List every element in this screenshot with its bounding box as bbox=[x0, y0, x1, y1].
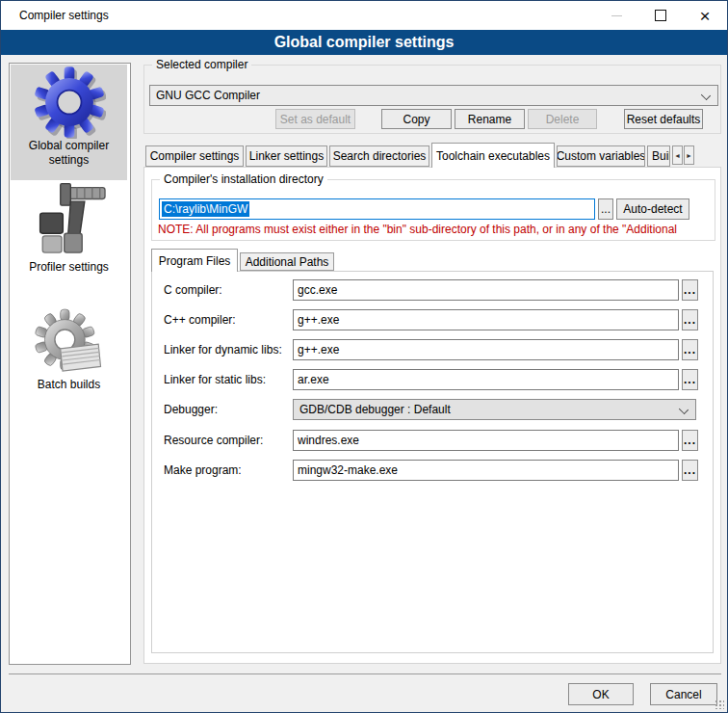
make-program-browse-button[interactable]: ... bbox=[682, 460, 698, 481]
cancel-button[interactable]: Cancel bbox=[650, 683, 717, 705]
c-compiler-label: C compiler: bbox=[164, 283, 222, 297]
settings-category-sidebar: Global compiler settings Profiler settin… bbox=[9, 63, 131, 665]
gear-stack-icon bbox=[33, 308, 106, 378]
tab-search-directories[interactable]: Search directories bbox=[329, 145, 429, 167]
close-icon: × bbox=[699, 7, 710, 25]
ok-label: OK bbox=[592, 688, 609, 701]
debugger-dropdown[interactable]: GDB/CDB debugger : Default bbox=[293, 399, 696, 420]
c-compiler-browse-button[interactable]: ... bbox=[682, 279, 698, 301]
installation-directory-group-title: Compiler's installation directory bbox=[160, 172, 327, 187]
ellipsis-icon: ... bbox=[684, 373, 696, 386]
arrow-right-icon: ► bbox=[686, 152, 692, 159]
tab-label: Custom variables bbox=[557, 149, 645, 163]
window-title: Compiler settings bbox=[19, 9, 109, 22]
ellipsis-icon: ... bbox=[684, 283, 696, 297]
resource-compiler-input[interactable] bbox=[293, 430, 679, 451]
maximize-icon bbox=[655, 10, 666, 21]
caliper-icon bbox=[28, 181, 111, 260]
reset-defaults-button[interactable]: Reset defaults bbox=[624, 109, 703, 129]
reset-defaults-label: Reset defaults bbox=[627, 113, 701, 126]
tab-label: Linker settings bbox=[249, 149, 324, 163]
tab-label: Build options bbox=[652, 149, 670, 163]
tab-compiler-settings[interactable]: Compiler settings bbox=[145, 145, 244, 167]
minimize-button[interactable] bbox=[594, 1, 638, 30]
tab-scroll-right-button[interactable]: ► bbox=[684, 145, 694, 165]
tab-custom-variables[interactable]: Custom variables bbox=[557, 145, 645, 167]
cpp-compiler-input[interactable] bbox=[293, 309, 679, 330]
set-as-default-button[interactable]: Set as default bbox=[275, 109, 355, 129]
sidebar-item-label: Profiler settings bbox=[29, 260, 109, 275]
minimize-icon bbox=[611, 15, 622, 16]
cancel-label: Cancel bbox=[665, 688, 701, 701]
browse-directory-button[interactable]: ... bbox=[598, 198, 613, 220]
subtab-program-files[interactable]: Program Files bbox=[151, 249, 238, 272]
linker-dynamic-input[interactable] bbox=[293, 339, 679, 360]
delete-label: Delete bbox=[546, 113, 580, 126]
linker-static-browse-button[interactable]: ... bbox=[682, 369, 698, 390]
cpp-compiler-browse-button[interactable]: ... bbox=[682, 309, 698, 330]
ok-button[interactable]: OK bbox=[568, 683, 634, 705]
installation-directory-value: C:\raylib\MinGW bbox=[162, 201, 249, 217]
sidebar-item-label: Global compiler settings bbox=[11, 139, 127, 168]
tab-label: Compiler settings bbox=[150, 149, 240, 163]
tab-toolchain-executables[interactable]: Toolchain executables bbox=[431, 143, 555, 168]
chevron-down-icon bbox=[701, 91, 711, 100]
tab-build-options[interactable]: Build options bbox=[647, 145, 670, 167]
linker-static-label: Linker for static libs: bbox=[164, 373, 266, 386]
sidebar-item-label: Batch builds bbox=[38, 378, 100, 392]
tab-scroll-left-button[interactable]: ◄ bbox=[672, 145, 683, 165]
ellipsis-icon: ... bbox=[684, 343, 696, 356]
ellipsis-icon: ... bbox=[684, 313, 696, 327]
rename-button[interactable]: Rename bbox=[455, 109, 525, 129]
sidebar-item-profiler-settings[interactable]: Profiler settings bbox=[11, 181, 127, 283]
make-program-input[interactable] bbox=[293, 460, 679, 481]
sidebar-item-batch-builds[interactable]: Batch builds bbox=[11, 308, 127, 405]
tab-label: Toolchain executables bbox=[436, 149, 550, 163]
dialog-header: Global compiler settings bbox=[1, 30, 727, 55]
compiler-settings-window: Compiler settings × Global compiler sett… bbox=[0, 0, 728, 713]
subtab-additional-paths[interactable]: Additional Paths bbox=[240, 252, 334, 271]
auto-detect-button[interactable]: Auto-detect bbox=[616, 198, 689, 220]
auto-detect-label: Auto-detect bbox=[623, 202, 682, 216]
chevron-down-icon bbox=[679, 405, 689, 414]
linker-static-input[interactable] bbox=[293, 369, 679, 390]
copy-label: Copy bbox=[403, 113, 429, 126]
selected-compiler-dropdown[interactable]: GNU GCC Compiler bbox=[149, 85, 718, 106]
make-program-label: Make program: bbox=[164, 463, 242, 477]
note-text: NOTE: All programs must exist either in … bbox=[158, 223, 713, 237]
tab-label: Search directories bbox=[333, 149, 427, 163]
linker-dynamic-label: Linker for dynamic libs: bbox=[164, 343, 282, 356]
maximize-button[interactable] bbox=[638, 1, 683, 30]
title-bar: Compiler settings × bbox=[1, 1, 727, 30]
ellipsis-icon: ... bbox=[684, 434, 696, 447]
tab-linker-settings[interactable]: Linker settings bbox=[246, 145, 327, 167]
arrow-left-icon: ◄ bbox=[674, 152, 681, 159]
rename-label: Rename bbox=[468, 113, 511, 126]
selected-compiler-value: GNU GCC Compiler bbox=[156, 89, 260, 102]
ellipsis-icon: ... bbox=[684, 463, 696, 477]
installation-directory-input[interactable]: C:\raylib\MinGW bbox=[159, 198, 595, 220]
sidebar-item-global-compiler-settings[interactable]: Global compiler settings bbox=[11, 65, 127, 180]
copy-button[interactable]: Copy bbox=[381, 109, 452, 129]
resource-compiler-browse-button[interactable]: ... bbox=[682, 430, 698, 451]
resize-grip[interactable] bbox=[715, 700, 724, 709]
subtab-label: Program Files bbox=[159, 254, 231, 268]
c-compiler-input[interactable] bbox=[293, 279, 679, 301]
ellipsis-icon: ... bbox=[601, 202, 611, 216]
resource-compiler-label: Resource compiler: bbox=[164, 434, 263, 447]
linker-dynamic-browse-button[interactable]: ... bbox=[682, 339, 698, 360]
close-button[interactable]: × bbox=[683, 1, 727, 30]
blue-gear-icon bbox=[33, 66, 106, 139]
delete-button[interactable]: Delete bbox=[528, 109, 597, 129]
selected-compiler-group-title: Selected compiler bbox=[152, 58, 251, 72]
caption-buttons: × bbox=[594, 1, 727, 30]
debugger-value: GDB/CDB debugger : Default bbox=[299, 403, 451, 416]
debugger-label: Debugger: bbox=[164, 403, 218, 416]
cpp-compiler-label: C++ compiler: bbox=[164, 313, 236, 327]
dialog-header-title: Global compiler settings bbox=[274, 34, 455, 51]
footer-divider bbox=[9, 673, 721, 674]
set-as-default-label: Set as default bbox=[280, 113, 351, 126]
subtab-label: Additional Paths bbox=[246, 255, 329, 269]
